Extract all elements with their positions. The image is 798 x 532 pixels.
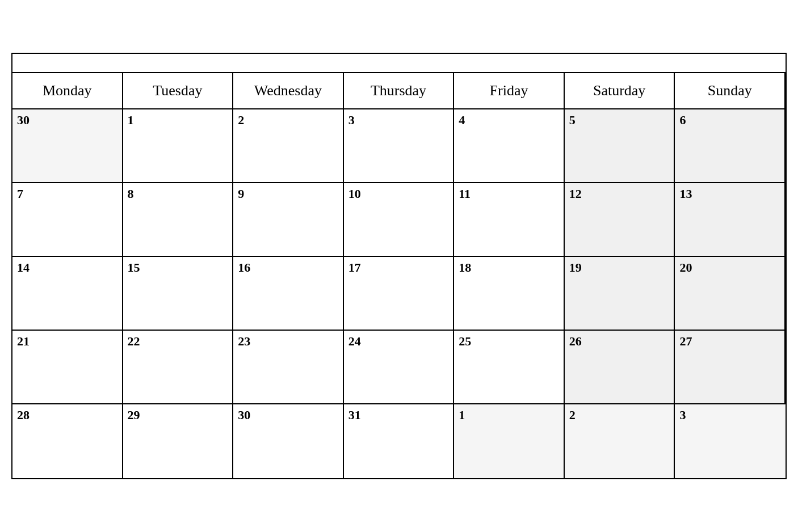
- day-cell[interactable]: 26: [565, 331, 675, 404]
- day-number: 21: [17, 334, 117, 349]
- day-number: 1: [128, 113, 228, 128]
- day-header: Monday: [12, 73, 123, 109]
- day-number: 31: [348, 408, 449, 423]
- day-cell[interactable]: 22: [123, 331, 234, 404]
- calendar: MondayTuesdayWednesdayThursdayFridaySatu…: [11, 53, 787, 479]
- day-cell[interactable]: 8: [123, 183, 234, 257]
- day-number: 25: [459, 334, 559, 349]
- day-cell[interactable]: 2: [565, 404, 675, 478]
- day-cell[interactable]: 27: [675, 331, 786, 404]
- day-cell[interactable]: 3: [344, 109, 455, 183]
- day-number: 1: [459, 408, 559, 423]
- day-cell[interactable]: 3: [675, 404, 786, 478]
- day-header: Friday: [454, 73, 565, 109]
- calendar-title: [12, 54, 786, 73]
- day-number: 24: [348, 334, 449, 349]
- day-cell[interactable]: 19: [565, 257, 675, 331]
- day-cell[interactable]: 5: [565, 109, 675, 183]
- day-cell[interactable]: 24: [344, 331, 455, 404]
- day-number: 7: [17, 187, 117, 201]
- day-number: 20: [679, 260, 780, 275]
- day-number: 27: [679, 334, 780, 349]
- day-cell[interactable]: 6: [675, 109, 786, 183]
- day-number: 3: [679, 408, 781, 423]
- day-cell[interactable]: 30: [12, 109, 123, 183]
- day-cell[interactable]: 1: [454, 404, 565, 478]
- day-number: 12: [569, 187, 670, 201]
- day-cell[interactable]: 21: [12, 331, 123, 404]
- day-number: 18: [459, 260, 559, 275]
- day-header: Saturday: [565, 73, 675, 109]
- day-cell[interactable]: 25: [454, 331, 565, 404]
- day-cell[interactable]: 10: [344, 183, 455, 257]
- day-cell[interactable]: 31: [344, 404, 455, 478]
- day-number: 14: [17, 260, 117, 275]
- day-number: 5: [569, 113, 670, 128]
- day-cell[interactable]: 29: [123, 404, 234, 478]
- day-number: 16: [238, 260, 338, 275]
- day-number: 19: [569, 260, 670, 275]
- day-cell[interactable]: 1: [123, 109, 234, 183]
- day-cell[interactable]: 16: [233, 257, 344, 331]
- day-header: Sunday: [675, 73, 786, 109]
- day-cell[interactable]: 23: [233, 331, 344, 404]
- day-cell[interactable]: 30: [233, 404, 344, 478]
- day-number: 15: [128, 260, 228, 275]
- day-cell[interactable]: 28: [12, 404, 123, 478]
- day-number: 23: [238, 334, 338, 349]
- day-number: 3: [348, 113, 449, 128]
- day-number: 26: [569, 334, 670, 349]
- day-cell[interactable]: 20: [675, 257, 786, 331]
- day-header: Wednesday: [233, 73, 344, 109]
- day-number: 10: [348, 187, 449, 201]
- day-cell[interactable]: 12: [565, 183, 675, 257]
- day-number: 11: [459, 187, 559, 201]
- day-cell[interactable]: 4: [454, 109, 565, 183]
- day-cell[interactable]: 15: [123, 257, 234, 331]
- day-number: 6: [679, 113, 780, 128]
- day-number: 30: [238, 408, 338, 423]
- day-cell[interactable]: 17: [344, 257, 455, 331]
- day-number: 4: [459, 113, 559, 128]
- day-number: 17: [348, 260, 449, 275]
- day-number: 22: [128, 334, 228, 349]
- day-cell[interactable]: 13: [675, 183, 786, 257]
- day-header: Tuesday: [123, 73, 234, 109]
- day-number: 29: [128, 408, 228, 423]
- day-number: 28: [17, 408, 117, 423]
- calendar-grid: MondayTuesdayWednesdayThursdayFridaySatu…: [12, 73, 786, 478]
- day-cell[interactable]: 9: [233, 183, 344, 257]
- day-number: 2: [238, 113, 338, 128]
- day-cell[interactable]: 18: [454, 257, 565, 331]
- day-number: 9: [238, 187, 338, 201]
- day-number: 13: [679, 187, 780, 201]
- day-number: 30: [17, 113, 117, 128]
- day-cell[interactable]: 7: [12, 183, 123, 257]
- day-number: 2: [569, 408, 670, 423]
- day-header: Thursday: [344, 73, 455, 109]
- day-cell[interactable]: 2: [233, 109, 344, 183]
- day-number: 8: [128, 187, 228, 201]
- day-cell[interactable]: 14: [12, 257, 123, 331]
- day-cell[interactable]: 11: [454, 183, 565, 257]
